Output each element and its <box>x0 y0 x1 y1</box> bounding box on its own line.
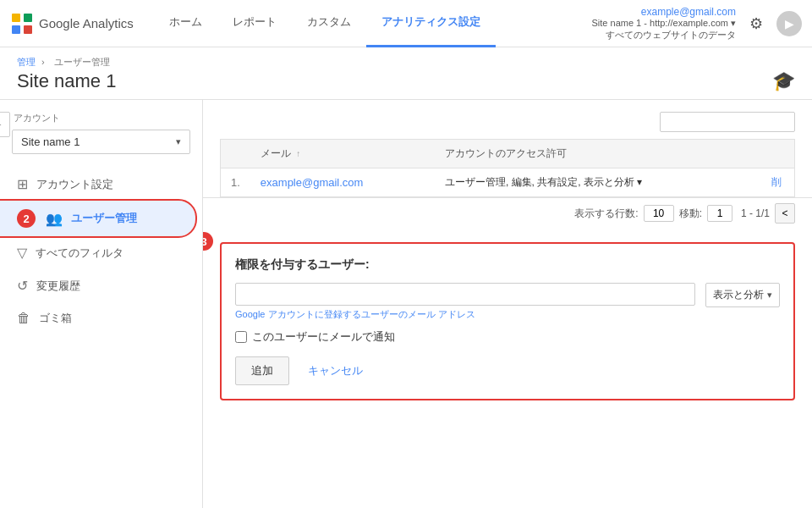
annotation-badge-2: 2 <box>17 209 36 228</box>
sidebar-account-label: アカウント <box>0 112 202 130</box>
sidebar-item-user-management[interactable]: 2 👥 ユーザー管理 <box>0 201 195 236</box>
sidebar-item-label: アカウント設定 <box>36 177 113 192</box>
sidebar-item-label-user-mgmt: ユーザー管理 <box>71 211 137 226</box>
sidebar-item-all-filters[interactable]: ▽ すべてのフィルタ <box>0 236 202 269</box>
rows-label: 表示する行数: <box>574 207 638 221</box>
sidebar-site-name: Site name 1 <box>21 135 80 148</box>
pagination-range: 1 - 1/1 <box>741 207 770 219</box>
annotation-3: 3 <box>203 232 215 251</box>
breadcrumb-current: ユーザー管理 <box>54 57 110 67</box>
col-access-header: アカウントのアクセス許可 <box>435 140 761 168</box>
gear-button[interactable]: ⚙ <box>743 10 770 37</box>
page-input[interactable] <box>707 205 732 222</box>
sidebar: ← アカウント Site name 1 ▾ ⊞ アカウント設定 2 👥 ユーザー… <box>0 100 203 508</box>
users-table: メール ↑ アカウントのアクセス許可 1. <box>220 139 795 197</box>
history-icon: ↺ <box>17 278 28 294</box>
trash-icon: 🗑 <box>17 311 30 326</box>
access-dropdown[interactable]: ユーザー管理, 編集, 共有設定, 表示と分析 ▾ <box>445 175 751 190</box>
row-access: ユーザー管理, 編集, 共有設定, 表示と分析 ▾ <box>435 168 761 197</box>
svg-rect-3 <box>24 25 32 34</box>
add-user-section: 3 権限を付与するユーザー: Google アカウントに登録するユーザーのメール… <box>220 242 795 400</box>
nav-home[interactable]: ホーム <box>154 0 217 47</box>
search-input[interactable] <box>660 112 795 132</box>
account-info: example@gmail.com Site name 1 - http://e… <box>592 6 736 41</box>
breadcrumb: 管理 › ユーザー管理 <box>17 56 795 69</box>
svg-rect-0 <box>12 14 20 22</box>
pagination-prev-button[interactable]: < <box>775 203 795 224</box>
permission-dropdown[interactable]: 表示と分析 ▾ <box>705 283 780 307</box>
sidebar-item-label-filters: すべてのフィルタ <box>36 246 123 261</box>
sidebar-item-account-settings[interactable]: ⊞ アカウント設定 <box>0 168 202 201</box>
row-number: 1. <box>221 168 250 197</box>
email-link[interactable]: example@gmail.com <box>261 176 364 189</box>
main-nav: ホーム レポート カスタム アナリティクス設定 <box>154 0 592 47</box>
header-right: example@gmail.com Site name 1 - http://e… <box>592 6 802 41</box>
breadcrumb-separator: › <box>41 57 45 67</box>
sidebar-nav: ⊞ アカウント設定 2 👥 ユーザー管理 ▽ すべてのフィルタ ↺ 変更履歴 <box>0 168 202 334</box>
permission-label: 表示と分析 <box>713 288 764 302</box>
notify-checkbox-row: このユーザーにメールで通知 <box>235 329 780 345</box>
page-header: 管理 › ユーザー管理 Site name 1 🎓 <box>0 47 812 100</box>
delete-link[interactable]: 削 <box>771 176 782 188</box>
sidebar-item-change-history[interactable]: ↺ 変更履歴 <box>0 269 202 302</box>
account-data: すべてのウェブサイトのデータ <box>592 29 736 41</box>
rows-count-input[interactable] <box>644 205 674 222</box>
content-area: ← アカウント Site name 1 ▾ ⊞ アカウント設定 2 👥 ユーザー… <box>0 100 812 508</box>
sidebar-item-label-trash: ゴミ箱 <box>39 311 72 326</box>
add-button[interactable]: 追加 <box>235 356 289 385</box>
move-label: 移動: <box>679 207 702 221</box>
row-email: example@gmail.com <box>250 168 435 197</box>
pagination-row: 表示する行数: 移動: 1 - 1/1 < <box>203 197 812 229</box>
search-row <box>220 112 795 132</box>
cancel-button[interactable]: キャンセル <box>298 357 373 384</box>
sidebar-site-dropdown[interactable]: Site name 1 ▾ <box>12 130 190 154</box>
sort-icon[interactable]: ↑ <box>296 149 300 158</box>
col-num-header <box>221 140 250 168</box>
grid-icon: ⊞ <box>17 176 28 192</box>
main-container: 管理 › ユーザー管理 Site name 1 🎓 ← アカウント Site n… <box>0 47 812 508</box>
cap-icon: 🎓 <box>772 70 795 92</box>
svg-rect-2 <box>12 25 20 34</box>
col-email-header: メール ↑ <box>250 140 435 168</box>
nav-analytics-settings[interactable]: アナリティクス設定 <box>366 0 496 47</box>
sidebar-item-label-history: 変更履歴 <box>36 279 80 294</box>
svg-rect-1 <box>24 14 32 22</box>
notify-checkbox[interactable] <box>235 331 247 343</box>
sidebar-item-trash[interactable]: 🗑 ゴミ箱 <box>0 302 202 334</box>
logo-text: Google Analytics <box>39 16 134 30</box>
account-email: example@gmail.com <box>592 6 736 18</box>
email-input-wrap: Google アカウントに登録するユーザーのメール アドレス <box>235 283 695 321</box>
back-button[interactable]: ← <box>0 112 10 137</box>
chevron-down-icon: ▾ <box>767 290 772 301</box>
main-panel: メール ↑ アカウントのアクセス許可 1. <box>203 100 812 508</box>
notify-label: このユーザーにメールで通知 <box>252 329 395 345</box>
breadcrumb-parent[interactable]: 管理 <box>17 57 36 67</box>
logo-area: Google Analytics <box>10 12 154 36</box>
filter-icon: ▽ <box>17 245 27 261</box>
email-hint: Google アカウントに登録するユーザーのメール アドレス <box>235 308 695 321</box>
account-site[interactable]: Site name 1 - http://example.com ▾ <box>592 18 736 29</box>
nav-reports[interactable]: レポート <box>217 0 292 47</box>
button-row: 追加 キャンセル <box>235 356 780 385</box>
users-icon: 👥 <box>46 211 63 227</box>
nav-custom[interactable]: カスタム <box>292 0 366 47</box>
table-row: 1. example@gmail.com ユーザー管理, 編集, 共有設定, 表… <box>221 168 795 197</box>
page-title: Site name 1 <box>17 70 116 92</box>
col-actions-header <box>761 140 795 168</box>
row-delete: 削 <box>761 168 795 197</box>
form-row: Google アカウントに登録するユーザーのメール アドレス 表示と分析 ▾ <box>235 283 780 321</box>
table-section: メール ↑ アカウントのアクセス許可 1. <box>203 100 812 197</box>
new-email-input[interactable] <box>235 283 695 306</box>
header: Google Analytics ホーム レポート カスタム アナリティクス設定… <box>0 0 812 47</box>
avatar[interactable]: ▶ <box>776 11 802 36</box>
chevron-down-icon: ▾ <box>176 136 181 147</box>
add-user-title: 権限を付与するユーザー: <box>235 257 780 273</box>
logo-icon <box>10 12 34 36</box>
